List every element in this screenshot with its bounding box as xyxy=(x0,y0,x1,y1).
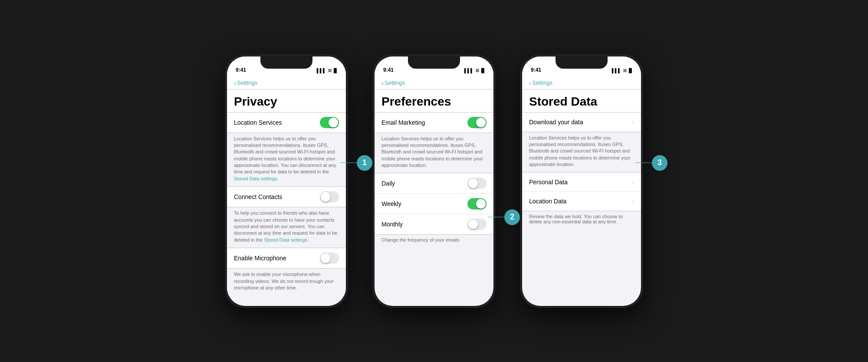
status-time-3: 9:41 xyxy=(531,67,541,73)
status-bar-1: 9:41 ▌▌▌ ⌘ ▉ xyxy=(227,56,346,76)
email-marketing-label: Email Marketing xyxy=(381,119,425,126)
status-bar-3: 9:41 ▌▌▌ ⌘ ▉ xyxy=(522,56,641,76)
phone-stored-data: 9:41 ▌▌▌ ⌘ ▉ ‹ Settings Stored Data xyxy=(521,55,642,307)
phone-preferences: 9:41 ▌▌▌ ⌘ ▉ ‹ Settings Preferences xyxy=(373,55,495,307)
email-marketing-thumb xyxy=(476,118,486,127)
status-icons-3: ▌▌▌ ⌘ ▉ xyxy=(612,68,632,73)
enable-microphone-toggle[interactable] xyxy=(320,252,339,264)
battery-icon-3: ▉ xyxy=(629,68,632,73)
battery-icon: ▉ xyxy=(334,68,337,73)
email-group: Email Marketing xyxy=(375,112,493,133)
content-scroll-2: Email Marketing Location Services helps … xyxy=(375,112,493,306)
weekly-row[interactable]: Weekly xyxy=(375,194,493,214)
content-scroll-1: Location Services Location Services help… xyxy=(227,112,346,306)
nav-bar-3: ‹ Settings xyxy=(522,76,641,90)
microphone-desc: We ask to enable your microphone when re… xyxy=(227,269,346,296)
signal-icon-2: ▌▌▌ xyxy=(464,68,473,73)
data-group-footer: Review the data we hold. You can choose … xyxy=(522,211,641,229)
status-icons-2: ▌▌▌ ⌘ ▉ xyxy=(464,68,485,73)
weekly-thumb xyxy=(476,199,486,209)
wifi-icon: ⌘ xyxy=(328,68,332,73)
location-services-row[interactable]: Location Services xyxy=(227,113,346,133)
daily-toggle[interactable] xyxy=(467,178,487,189)
weekly-label: Weekly xyxy=(381,200,401,207)
location-data-label: Location Data xyxy=(529,198,566,205)
status-bar-2: 9:41 ▌▌▌ ⌘ ▉ xyxy=(375,56,493,76)
weekly-toggle[interactable] xyxy=(467,198,487,209)
wifi-icon-2: ⌘ xyxy=(475,68,480,73)
contacts-desc: To help you connect to friends who also … xyxy=(227,207,346,248)
page-title-1: Privacy xyxy=(227,90,346,112)
daily-row[interactable]: Daily xyxy=(375,173,493,194)
monthly-label: Monthly xyxy=(381,221,403,228)
back-chevron-1: ‹ xyxy=(234,79,236,86)
contacts-group: Connect Contacts xyxy=(227,186,346,207)
page-title-2: Preferences xyxy=(375,90,493,112)
phone-privacy: 9:41 ▌▌▌ ⌘ ▉ ‹ Settings Privacy xyxy=(226,55,347,307)
connect-contacts-thumb xyxy=(321,192,330,202)
daily-thumb xyxy=(468,179,478,188)
download-data-desc: Location Services helps us to offer you … xyxy=(522,132,641,173)
monthly-toggle[interactable] xyxy=(467,219,487,230)
battery-icon-2: ▉ xyxy=(481,68,485,73)
phone-frame-2: 9:41 ▌▌▌ ⌘ ▉ ‹ Settings Preferences xyxy=(373,55,495,307)
signal-icon-3: ▌▌▌ xyxy=(612,68,621,73)
download-group: Download your data › xyxy=(522,112,641,132)
notch-3 xyxy=(556,56,608,69)
connect-contacts-row[interactable]: Connect Contacts xyxy=(227,187,346,207)
back-label-3: Settings xyxy=(532,80,552,86)
back-label-2: Settings xyxy=(385,80,405,86)
back-button-3[interactable]: ‹ Settings xyxy=(529,79,634,86)
data-group: Personal Data › Location Data › xyxy=(522,172,641,211)
personal-data-label: Personal Data xyxy=(529,179,568,186)
stored-data-link-1[interactable]: Stored Data settings xyxy=(234,176,277,181)
back-chevron-3: ‹ xyxy=(529,79,531,86)
location-services-desc: Location Services helps us to offer you … xyxy=(227,133,346,187)
download-data-label: Download your data xyxy=(529,119,583,126)
callout-badge-3: 3 xyxy=(652,155,667,171)
download-data-row[interactable]: Download your data › xyxy=(522,113,641,132)
connect-contacts-toggle[interactable] xyxy=(320,191,339,203)
personal-data-row[interactable]: Personal Data › xyxy=(522,173,641,192)
phone-frame-3: 9:41 ▌▌▌ ⌘ ▉ ‹ Settings Stored Data xyxy=(521,55,642,307)
email-marketing-toggle[interactable] xyxy=(467,117,487,128)
back-button-2[interactable]: ‹ Settings xyxy=(381,79,487,86)
wifi-icon-3: ⌘ xyxy=(623,68,627,73)
frequency-group: Daily Weekly Monthly xyxy=(375,173,493,235)
location-data-row[interactable]: Location Data › xyxy=(522,192,641,211)
content-scroll-3: Download your data › Location Services h… xyxy=(522,112,641,306)
monthly-row[interactable]: Monthly xyxy=(375,214,493,234)
personal-data-chevron: › xyxy=(632,179,634,186)
page-title-3: Stored Data xyxy=(522,90,641,112)
microphone-group: Enable Microphone xyxy=(227,248,346,269)
back-label-1: Settings xyxy=(237,80,257,86)
location-data-chevron: › xyxy=(632,198,634,205)
daily-label: Daily xyxy=(381,180,395,187)
location-services-toggle[interactable] xyxy=(320,117,339,128)
email-marketing-desc: Location Services helps us to offer you … xyxy=(375,133,493,173)
callout-badge-1: 1 xyxy=(357,155,372,171)
enable-microphone-row[interactable]: Enable Microphone xyxy=(227,248,346,268)
signal-icon: ▌▌▌ xyxy=(317,68,326,73)
location-services-thumb xyxy=(329,118,338,127)
back-button-1[interactable]: ‹ Settings xyxy=(234,79,339,86)
monthly-thumb xyxy=(468,219,478,229)
enable-microphone-label: Enable Microphone xyxy=(234,255,286,262)
back-chevron-2: ‹ xyxy=(381,79,384,86)
email-marketing-row[interactable]: Email Marketing xyxy=(375,113,493,133)
nav-bar-2: ‹ Settings xyxy=(375,76,493,90)
enable-microphone-thumb xyxy=(321,253,330,263)
connect-contacts-label: Connect Contacts xyxy=(234,193,282,200)
notch-1 xyxy=(260,56,312,69)
location-services-label: Location Services xyxy=(234,119,282,126)
status-time-2: 9:41 xyxy=(383,67,394,73)
phone-frame-1: 9:41 ▌▌▌ ⌘ ▉ ‹ Settings Privacy xyxy=(226,55,347,307)
stored-data-link-2[interactable]: Stored Data settings xyxy=(264,237,307,242)
nav-bar-1: ‹ Settings xyxy=(227,76,346,90)
download-data-chevron: › xyxy=(632,119,634,126)
status-icons-1: ▌▌▌ ⌘ ▉ xyxy=(317,68,337,73)
notch-2 xyxy=(408,56,460,69)
location-group: Location Services xyxy=(227,112,346,133)
frequency-footer: Change the frequency of your emails xyxy=(375,235,493,248)
callout-badge-2: 2 xyxy=(504,209,520,225)
